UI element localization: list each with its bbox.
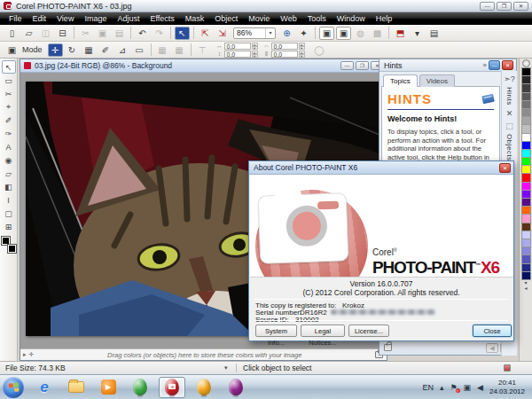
palette-options-button[interactable]: [522, 59, 530, 67]
export-icon[interactable]: ⇲: [215, 27, 230, 40]
docker-chevron-icon[interactable]: »: [483, 61, 487, 69]
y-position-field[interactable]: 0,0: [224, 51, 251, 58]
taskbar-coreldraw-icon[interactable]: [127, 377, 153, 398]
tab-videos[interactable]: Videos: [419, 74, 455, 87]
minimize-button[interactable]: —: [480, 2, 495, 11]
hints-lock-icon[interactable]: [384, 344, 392, 351]
perspective-mode-icon[interactable]: ▭: [132, 43, 147, 57]
menu-view[interactable]: View: [51, 12, 79, 25]
distort-mode-icon[interactable]: ⊿: [115, 43, 130, 57]
close-docker-tab-icon[interactable]: ✕: [506, 109, 513, 118]
menu-movie[interactable]: Movie: [243, 12, 275, 25]
rotate-mode-icon[interactable]: ↻: [65, 43, 80, 57]
open-icon[interactable]: ▱: [21, 27, 36, 40]
docker-tab-objects[interactable]: Objects: [505, 134, 513, 161]
rectangle-mask-tool[interactable]: ▭: [2, 74, 16, 87]
menu-help[interactable]: Help: [371, 12, 398, 25]
action-center-flag-icon[interactable]: ⚑×: [450, 383, 457, 392]
taskbar-media-player-icon[interactable]: ▶: [95, 377, 121, 398]
restore-button[interactable]: ❐: [497, 2, 512, 11]
menu-edit[interactable]: Edit: [27, 12, 52, 25]
print-icon[interactable]: ⊟: [55, 27, 70, 40]
eraser-tool[interactable]: I: [2, 193, 16, 207]
back-arrow-icon[interactable]: ◀: [486, 343, 498, 353]
x-spinner[interactable]: ▲▼: [252, 43, 258, 50]
palette-flyout-arrow-icon[interactable]: ◂: [524, 286, 527, 291]
menu-effects[interactable]: Effects: [145, 12, 179, 25]
skew-mode-icon[interactable]: ✐: [98, 43, 113, 57]
background-color-swatch[interactable]: [8, 245, 16, 253]
tab-topics[interactable]: Topics: [383, 74, 418, 87]
close-dialog-button[interactable]: Close: [473, 325, 512, 337]
docker-close-button[interactable]: ✕: [502, 60, 513, 70]
undo-icon[interactable]: ↶: [135, 27, 150, 40]
height-field[interactable]: 0,0: [271, 51, 298, 58]
image-palette-strip[interactable]: ▸ ✛ Drag colors (or objects) here to sto…: [20, 348, 387, 360]
doc-restore-button[interactable]: ❐: [356, 61, 369, 70]
red-eye-removal-tool[interactable]: ◉: [2, 153, 16, 167]
object-info-icon[interactable]: ▣: [4, 43, 20, 57]
volume-icon[interactable]: ◀: [477, 383, 483, 392]
network-icon[interactable]: ▣: [464, 383, 472, 392]
paint-tool[interactable]: ✑: [2, 127, 16, 140]
about-close-button[interactable]: ✕: [499, 163, 511, 173]
freehand-mask-tool[interactable]: ✂: [2, 87, 16, 100]
show-mask-marquee-icon[interactable]: ▣: [319, 27, 334, 40]
launch-icon[interactable]: ✦: [296, 27, 311, 40]
taskbar-photo-paint-icon[interactable]: [159, 377, 185, 398]
doc-minimize-button[interactable]: —: [340, 61, 354, 70]
shape-tool[interactable]: ▢: [2, 207, 16, 220]
menu-window[interactable]: Window: [332, 12, 371, 25]
height-spinner[interactable]: ▲▼: [299, 51, 305, 58]
zoom-tool[interactable]: ⌖: [2, 100, 16, 113]
image-slicing-tool[interactable]: ⊞: [2, 220, 16, 233]
close-button[interactable]: ✕: [513, 2, 528, 11]
dockers-icon[interactable]: ▤: [426, 27, 442, 40]
fullscreen-preview-icon[interactable]: ⬒: [393, 27, 408, 40]
menu-tools[interactable]: Tools: [302, 12, 332, 25]
taskbar-windows-explorer-icon[interactable]: [63, 377, 90, 398]
help-book-icon[interactable]: [481, 94, 495, 105]
docker-minimize-button[interactable]: —: [489, 60, 500, 70]
fill-tool[interactable]: ◧: [2, 180, 16, 193]
menu-mask[interactable]: Mask: [180, 12, 210, 25]
menu-adjust[interactable]: Adjust: [112, 12, 145, 25]
y-spinner[interactable]: ▲▼: [252, 51, 258, 58]
menu-web[interactable]: Web: [275, 12, 301, 25]
cursor-icon[interactable]: ↖: [175, 27, 190, 40]
foreground-color-swatch[interactable]: [2, 237, 10, 245]
language-indicator[interactable]: EN: [422, 383, 434, 392]
about-dialog-titlebar[interactable]: About Corel PHOTO-PAINT X6 ✕: [249, 161, 513, 175]
zoom-dropdown-icon[interactable]: ▾: [265, 28, 275, 38]
pick-tool[interactable]: ↖: [2, 60, 16, 74]
menu-object[interactable]: Object: [209, 12, 243, 25]
hints-docker-titlebar[interactable]: Hints » — ✕: [379, 59, 516, 72]
menu-image[interactable]: Image: [79, 12, 112, 25]
scale-mode-icon[interactable]: ▦: [82, 43, 97, 57]
taskbar-clock[interactable]: 20:41 24.03.2012: [489, 379, 525, 396]
text-tool[interactable]: A: [2, 140, 16, 153]
system-info-button[interactable]: System Info...: [255, 325, 297, 337]
status-dropdown-icon[interactable]: ▾: [224, 364, 228, 372]
hidden-icons-arrow[interactable]: ▴: [440, 383, 444, 392]
import-icon[interactable]: ⇱: [198, 27, 213, 40]
new-icon[interactable]: ▯: [4, 27, 20, 40]
show-object-marquee-icon[interactable]: ▣: [336, 27, 351, 40]
palette-flyout-icon[interactable]: ▸: [23, 351, 27, 358]
docker-tab-hints[interactable]: Hints: [505, 87, 513, 106]
palette-swatch[interactable]: [521, 271, 531, 280]
document-titlebar[interactable]: 03.jpg (24-Bit RGB) @86% - Background — …: [20, 59, 387, 73]
width-field[interactable]: 0,0: [271, 43, 298, 50]
x-position-field[interactable]: 0,0: [224, 43, 251, 50]
license-button[interactable]: License...: [348, 325, 389, 337]
menu-file[interactable]: File: [4, 12, 27, 25]
zoom-level-combo[interactable]: 86%▾: [233, 27, 276, 39]
zoom-tool-icon[interactable]: ⊕: [279, 27, 294, 40]
position-mode-icon[interactable]: ✛: [48, 43, 63, 57]
eyedropper-tool[interactable]: ✐: [2, 113, 16, 127]
start-button[interactable]: [3, 377, 24, 398]
taskbar-internet-explorer-icon[interactable]: e: [31, 377, 58, 398]
width-spinner[interactable]: ▲▼: [299, 43, 305, 50]
rectangle-tool[interactable]: ▱: [2, 167, 16, 180]
preview-dropdown-icon[interactable]: ▾: [410, 27, 425, 40]
